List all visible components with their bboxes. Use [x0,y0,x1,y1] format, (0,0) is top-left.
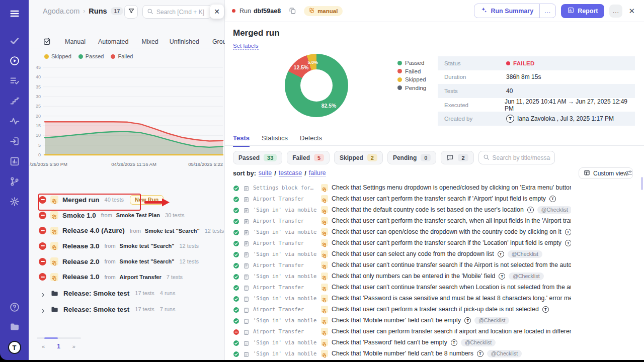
sidebar-item-todo[interactable] [8,35,21,48]
tests-search[interactable] [478,151,555,164]
tab-automated[interactable]: Automated [98,38,128,45]
test-title: Check that user can perform transfer sea… [332,328,571,335]
breadcrumb-project[interactable]: Agoda.com [43,7,79,15]
sidebar-item-integrations[interactable] [8,176,21,189]
chevron-right-icon [40,307,46,312]
run-name: Merged run [62,196,100,204]
created-by-text: Iana Zavoloka , Jul 3, 2025 1:17 PM [517,115,614,122]
sort-by-suite[interactable]: suite [259,169,272,177]
filter-chip-passed[interactable]: Passed33 [233,151,282,164]
run-name: Release 1.0 [62,273,100,281]
set-labels-link[interactable]: Set labels [233,43,259,50]
sidebar-item-runs[interactable] [8,55,21,68]
sidebar-item-inbox[interactable] [8,136,21,149]
runs-panel: Agoda.com › Runs 17 ✕ Manual Automated M… [29,0,225,360]
test-row[interactable]: 'Sign in' via mobileCheck that 'Password… [233,293,571,304]
tab-tests[interactable]: Tests [233,134,250,147]
copy-icon[interactable] [289,7,296,15]
play-circle-icon [9,55,20,68]
test-suite: 'Sign in' via mobile [253,317,317,323]
legend-item-skipped: Skipped [44,53,71,59]
run-folder-item[interactable]: Release: Smoke test17 tests7 runs [29,302,224,317]
close-panel-button[interactable]: ✕ [210,5,224,19]
test-row[interactable]: Settings block for…Check that Settings m… [233,182,571,193]
user-avatar[interactable]: T [8,341,21,354]
view-settings-icon[interactable] [625,169,633,177]
sidebar-item-activity[interactable] [8,116,21,129]
select-runs-icon[interactable] [43,37,51,46]
filter-chip-pending[interactable]: Pending0 [387,151,436,164]
detail-scrollbar-thumb[interactable] [641,177,643,190]
run-plan-name: Smoke Test Plan [116,212,160,218]
runs-count-badge: 17 [111,7,124,15]
sidebar-item-milestones[interactable] [8,96,21,109]
tab-mixed[interactable]: Mixed [141,38,158,45]
more-actions-button[interactable]: ... [609,5,622,18]
pagination-page-1[interactable]: 1 [57,343,60,350]
test-row[interactable]: 'Sign in' via mobileCheck that 'Mobile n… [233,315,571,326]
sidebar-item-settings[interactable] [8,196,21,209]
test-row[interactable]: 'Sign in' via mobileCheck that user can … [233,248,571,259]
run-summary-more-button[interactable]: ... [539,4,555,18]
sidebar-item-menu[interactable] [8,8,21,21]
test-row[interactable]: 'Sign in' via mobileCheck that 'Mobile n… [233,348,571,359]
sort-by-failure[interactable]: failure [309,169,326,177]
run-list-item[interactable]: Merged run40 testsNew Run [29,192,224,208]
test-row[interactable]: 'Sign in' via mobileCheck that only numb… [233,270,571,282]
manual-badge-label: manual [317,8,338,14]
run-from-label: from [101,212,112,218]
runs-scrollbar-thumb[interactable] [44,337,58,339]
pagination-prev[interactable]: « [42,343,45,349]
tab-statistics[interactable]: Statistics [262,134,288,147]
run-summary-button[interactable]: Run Summary [474,4,539,18]
passed-status-icon [233,350,239,357]
test-row[interactable]: Airport TransferCheck that user can't co… [233,282,571,293]
runs-search[interactable] [142,5,212,19]
test-row[interactable]: Airport TransferCheck that user can't pe… [233,193,571,204]
passed-status-icon [233,229,239,235]
sidebar-item-test-cases[interactable] [8,75,21,88]
legend-dot [78,54,83,59]
test-row[interactable]: Airport TransferCheck that user can't co… [233,259,571,270]
comments-filter-chip[interactable]: 2 [441,151,473,164]
test-row[interactable]: 'Sign in' via mobileCheck that user can … [233,226,571,237]
sidebar-item-projects[interactable] [8,321,21,334]
pagination-next[interactable]: » [72,343,75,349]
menu-icon [9,8,20,21]
test-suite: Airport Transfer [253,218,317,224]
sort-by-testcase[interactable]: testcase [279,169,302,177]
breadcrumb-section[interactable]: Runs [89,7,107,15]
test-row[interactable]: 'Sign in' via mobileCheck that the defau… [233,204,571,215]
run-name: Smoke 1.0 [62,212,96,219]
test-row[interactable]: Airport TransferCheck that user can't pe… [233,304,571,315]
tab-manual[interactable]: Manual [65,38,86,45]
report-button[interactable]: Report [561,4,604,18]
tab-defects[interactable]: Defects [300,134,322,147]
test-row[interactable]: Airport TransferCheck that user can perf… [233,326,571,337]
chip-count: 5 [314,154,324,161]
test-row[interactable]: Airport TransferCheck that user can't pe… [233,237,571,248]
run-list-item[interactable]: Release 3.0fromSmoke test "Search"12 tes… [29,238,224,254]
run-list-item[interactable]: Release 4.0 (Azure)fromSmoke test "Searc… [29,223,224,238]
filter-chip-skipped[interactable]: Skipped2 [334,151,383,164]
sidebar-item-help[interactable] [8,302,21,315]
sparkles-icon [480,7,488,15]
runs-scrollbar[interactable] [37,337,81,339]
tab-unfinished[interactable]: Unfinished [170,38,199,45]
run-folder-item[interactable]: Release: Smoke test17 tests4 runs [29,286,224,301]
sidebar-item-reports[interactable] [8,156,21,169]
run-list-item[interactable]: Smoke 1.0fromSmoke Test Plan30 tests [29,208,224,223]
test-row[interactable]: 'Sign in' via mobileCheck that 'Password… [233,337,571,348]
filter-chip-failed[interactable]: Failed5 [287,151,330,164]
filter-button[interactable] [124,5,138,19]
test-row[interactable]: Airport TransferCheck that user can't pe… [233,215,571,226]
run-list-item[interactable]: Release 1.0fromAirport Transfer7 tests [29,269,224,285]
tests-search-input[interactable] [493,154,550,161]
chip-count: 2 [367,154,377,161]
close-run-detail-button[interactable]: ✕ [627,7,636,16]
runs-search-input[interactable] [156,9,207,16]
manual-run-icon [50,257,58,265]
testcase-icon [243,218,250,224]
run-list-item[interactable]: Release 2.0fromSmoke test "Search"12 tes… [29,254,224,269]
results-donut-chart: 82.5%12.5%5.0% [285,54,348,117]
